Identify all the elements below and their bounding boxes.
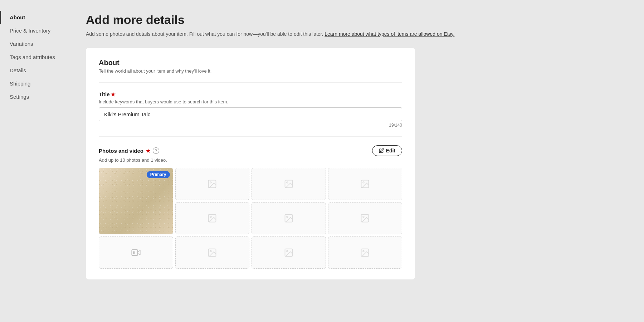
sidebar: About Price & Inventory Variations Tags …: [0, 0, 64, 322]
photo-slot-6[interactable]: [252, 202, 326, 234]
photo-slot-8[interactable]: [175, 236, 250, 269]
photo-placeholder-3: [284, 179, 294, 189]
photo-slot-3[interactable]: [252, 168, 326, 200]
main-content: Add more details Add some photos and det…: [64, 0, 644, 322]
main-card: About Tell the world all about your item…: [86, 48, 415, 279]
photo-slot-7[interactable]: [328, 202, 402, 234]
svg-point-19: [287, 250, 288, 252]
sidebar-item-about[interactable]: About: [0, 11, 64, 24]
primary-badge: Primary: [147, 171, 170, 178]
about-section: About Tell the world all about your item…: [99, 59, 402, 74]
title-hint: Include keywords that buyers would use t…: [99, 99, 402, 104]
title-input[interactable]: [99, 107, 402, 121]
photos-section: Photos and video ★ ? Edit Add up to 10 p…: [99, 145, 402, 269]
photos-header: Photos and video ★ ? Edit: [99, 145, 402, 156]
page-title: Add more details: [86, 13, 630, 27]
photo-placeholder-7: [360, 213, 370, 223]
photo-slot-2[interactable]: [175, 168, 250, 200]
about-section-title: About: [99, 59, 402, 67]
learn-more-link[interactable]: Learn more about what types of items are…: [325, 31, 454, 37]
title-field-group: Title★ Include keywords that buyers woul…: [99, 91, 402, 128]
photos-required-star: ★: [146, 147, 151, 154]
photos-edit-button[interactable]: Edit: [372, 145, 402, 156]
photo-slot-video[interactable]: [99, 236, 173, 269]
photo-placeholder-2: [207, 179, 217, 189]
title-label: Title★: [99, 91, 402, 98]
photo-placeholder-5: [207, 213, 217, 223]
pencil-icon: [379, 148, 384, 153]
photo-grid: Primary: [99, 168, 402, 269]
photo-slot-9[interactable]: [252, 236, 326, 269]
sidebar-item-details[interactable]: Details: [0, 64, 64, 77]
svg-point-9: [287, 216, 288, 218]
svg-point-1: [210, 182, 211, 183]
photo-slot-5[interactable]: [175, 202, 250, 234]
photos-hint: Add up to 10 photos and 1 video.: [99, 157, 402, 163]
photos-help-icon[interactable]: ?: [153, 147, 159, 154]
photos-label: Photos and video: [99, 148, 143, 154]
title-required-star: ★: [111, 91, 115, 97]
video-placeholder: [131, 248, 141, 258]
divider-2: [99, 136, 402, 137]
photo-placeholder-9: [284, 248, 294, 258]
photo-placeholder-10: [360, 248, 370, 258]
svg-point-17: [210, 250, 211, 252]
photos-label-row: Photos and video ★ ?: [99, 147, 159, 154]
svg-point-11: [363, 216, 364, 218]
svg-point-7: [210, 216, 211, 218]
photo-placeholder-6: [284, 213, 294, 223]
about-section-desc: Tell the world all about your item and w…: [99, 68, 402, 74]
svg-marker-13: [137, 250, 140, 255]
svg-point-3: [287, 182, 288, 183]
photo-slot-10[interactable]: [328, 236, 402, 269]
photo-slot-4[interactable]: [328, 168, 402, 200]
sidebar-item-price-inventory[interactable]: Price & Inventory: [0, 24, 64, 37]
sidebar-item-tags-attributes[interactable]: Tags and attributes: [0, 50, 64, 64]
photo-primary[interactable]: Primary: [99, 168, 173, 234]
sidebar-item-variations[interactable]: Variations: [0, 37, 64, 50]
photo-placeholder-4: [360, 179, 370, 189]
divider-1: [99, 82, 402, 83]
page-subtitle: Add some photos and details about your i…: [86, 30, 630, 38]
title-char-count: 19/140: [99, 123, 402, 128]
svg-point-21: [363, 250, 364, 252]
sidebar-item-shipping[interactable]: Shipping: [0, 77, 64, 90]
svg-point-5: [363, 182, 364, 183]
sidebar-item-settings[interactable]: Settings: [0, 90, 64, 103]
photo-placeholder-8: [207, 248, 217, 258]
